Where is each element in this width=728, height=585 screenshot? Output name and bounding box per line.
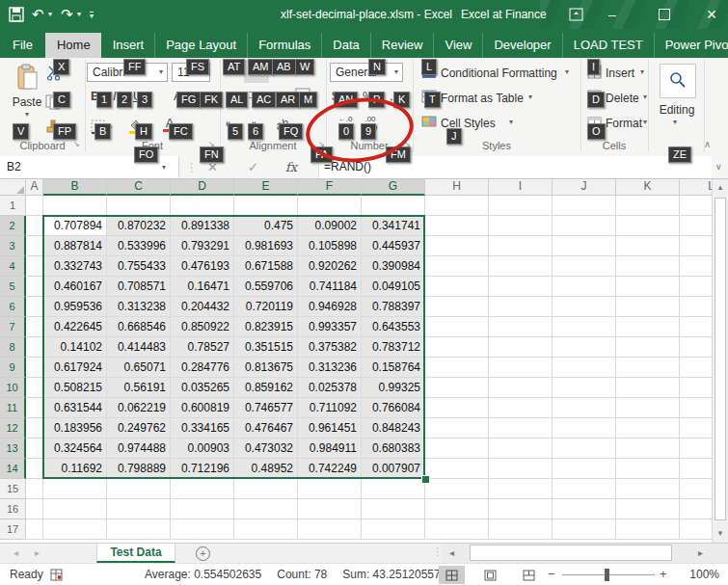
cell-I13[interactable] — [489, 439, 553, 459]
conditional-formatting-button[interactable]: Conditional Formatting — [441, 66, 557, 81]
cell-B8[interactable]: 0.14102 — [43, 337, 107, 358]
cell-A14[interactable] — [26, 459, 43, 479]
cell-L16[interactable] — [680, 499, 712, 519]
scroll-right-icon[interactable]: ▸ — [698, 547, 703, 558]
cell-E1[interactable] — [234, 196, 298, 216]
cell-F13[interactable]: 0.984911 — [298, 439, 362, 459]
cell-H10[interactable] — [425, 378, 489, 398]
normal-view-button[interactable] — [439, 566, 465, 584]
cell-B3[interactable]: 0.887814 — [43, 236, 107, 256]
cell-E9[interactable]: 0.813675 — [234, 358, 298, 378]
tab-page-layout[interactable]: Page Layout — [154, 33, 247, 58]
cell-B15[interactable] — [43, 479, 107, 499]
cell-K9[interactable] — [616, 358, 680, 378]
cell-I8[interactable] — [489, 337, 553, 358]
zoom-slider-thumb[interactable] — [605, 569, 609, 581]
page-break-preview-button[interactable] — [516, 566, 542, 584]
paste-button[interactable]: Paste ▾ — [6, 62, 48, 133]
cell-K8[interactable] — [616, 337, 680, 358]
column-header-B[interactable]: B — [43, 179, 107, 196]
cell-A13[interactable] — [26, 439, 43, 459]
cell-D10[interactable]: 0.035265 — [171, 378, 234, 398]
row-header-3[interactable]: 3 — [0, 236, 26, 256]
cell-B7[interactable]: 0.422645 — [43, 317, 107, 337]
insert-cells-button[interactable]: Insert — [606, 66, 634, 81]
tab-data[interactable]: Data — [321, 33, 369, 58]
cell-J1[interactable] — [553, 196, 616, 216]
cell-B14[interactable]: 0.11692 — [43, 459, 107, 479]
cell-B5[interactable]: 0.460167 — [43, 277, 107, 297]
cell-J7[interactable] — [553, 317, 616, 337]
cell-D13[interactable]: 0.00903 — [171, 439, 234, 459]
column-header-K[interactable]: K — [616, 179, 680, 196]
cell-D7[interactable]: 0.850922 — [171, 317, 234, 337]
cell-G16[interactable] — [362, 499, 425, 519]
cell-C5[interactable]: 0.708571 — [107, 277, 171, 297]
tab-load-test[interactable]: LOAD TEST — [562, 33, 654, 58]
cell-D2[interactable]: 0.891338 — [171, 216, 234, 236]
cell-F9[interactable]: 0.313236 — [298, 358, 362, 378]
cell-B6[interactable]: 0.959536 — [43, 297, 107, 317]
cell-E15[interactable] — [234, 479, 298, 499]
cell-L10[interactable] — [680, 378, 712, 398]
cell-L11[interactable] — [680, 398, 712, 418]
cell-K10[interactable] — [616, 378, 680, 398]
cell-B1[interactable] — [43, 196, 107, 216]
cell-G3[interactable]: 0.445937 — [362, 236, 425, 256]
previous-sheet-icon[interactable]: ◂ — [13, 547, 18, 558]
cell-D9[interactable]: 0.284776 — [171, 358, 234, 378]
delete-dropdown-icon[interactable]: ▾ — [643, 93, 647, 101]
editing-group-button[interactable] — [660, 64, 696, 98]
undo-dropdown-icon[interactable]: ▾ — [48, 0, 52, 29]
conditional-formatting-dropdown-icon[interactable]: ▾ — [565, 67, 569, 76]
cell-C14[interactable]: 0.798889 — [107, 459, 171, 479]
cell-D6[interactable]: 0.204432 — [171, 297, 234, 317]
cell-D17[interactable] — [171, 519, 234, 540]
cell-K7[interactable] — [616, 317, 680, 337]
tab-view[interactable]: View — [433, 33, 482, 58]
cell-E6[interactable]: 0.720119 — [234, 297, 298, 317]
cell-K15[interactable] — [616, 479, 680, 499]
cell-K1[interactable] — [616, 196, 680, 216]
cell-C15[interactable] — [107, 479, 171, 499]
cell-J10[interactable] — [553, 378, 616, 398]
tab-developer[interactable]: Developer — [482, 33, 561, 58]
row-header-12[interactable]: 12 — [0, 418, 26, 439]
cell-K6[interactable] — [616, 297, 680, 317]
cell-L14[interactable] — [680, 459, 712, 479]
cell-I2[interactable] — [489, 216, 553, 236]
cell-H5[interactable] — [425, 277, 489, 297]
number-format-combo[interactable]: General ▾ — [330, 63, 403, 82]
cell-G4[interactable]: 0.390984 — [362, 256, 425, 277]
cell-J16[interactable] — [553, 499, 616, 519]
cell-A2[interactable] — [26, 216, 43, 236]
cell-I17[interactable] — [489, 519, 553, 540]
cell-A9[interactable] — [26, 358, 43, 378]
cell-G12[interactable]: 0.848243 — [362, 418, 425, 439]
cell-I16[interactable] — [489, 499, 553, 519]
cell-B13[interactable]: 0.324564 — [43, 439, 107, 459]
row-header-15[interactable]: 15 — [0, 479, 26, 499]
cell-G10[interactable]: 0.99325 — [362, 378, 425, 398]
cell-A11[interactable] — [26, 398, 43, 418]
cell-A10[interactable] — [26, 378, 43, 398]
delete-cells-button[interactable]: Delete — [606, 91, 639, 106]
scroll-down-icon[interactable]: ▾ — [713, 528, 728, 538]
cell-D3[interactable]: 0.793291 — [171, 236, 234, 256]
cell-C12[interactable]: 0.249762 — [107, 418, 171, 439]
cell-I1[interactable] — [489, 196, 553, 216]
cell-G5[interactable]: 0.049105 — [362, 277, 425, 297]
cell-H15[interactable] — [425, 479, 489, 499]
cell-A8[interactable] — [26, 337, 43, 358]
cell-G15[interactable] — [362, 479, 425, 499]
cell-L17[interactable] — [680, 519, 712, 540]
cell-H8[interactable] — [425, 337, 489, 358]
column-header-H[interactable]: H — [425, 179, 489, 196]
cell-C4[interactable]: 0.755433 — [107, 256, 171, 277]
cell-L3[interactable] — [680, 236, 712, 256]
cell-D4[interactable]: 0.476193 — [171, 256, 234, 277]
cell-L6[interactable] — [680, 297, 712, 317]
cell-E4[interactable]: 0.671588 — [234, 256, 298, 277]
expand-formula-bar-icon[interactable]: ∨ — [715, 156, 722, 178]
cell-F12[interactable]: 0.961451 — [298, 418, 362, 439]
